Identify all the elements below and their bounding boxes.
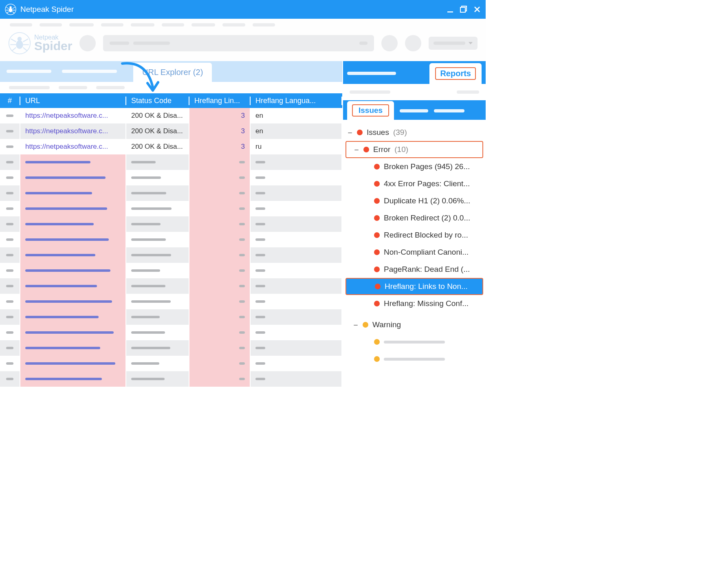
minimize-button[interactable] <box>447 6 454 13</box>
cell-hreflang-lang: ru <box>251 139 342 154</box>
tree-item-error[interactable]: Hreflang: Missing Conf... <box>345 295 483 312</box>
tab-reports[interactable]: Reports <box>429 63 482 84</box>
cell-hreflang-lang: en <box>251 123 342 139</box>
error-dot-icon <box>374 249 380 255</box>
table-row[interactable] <box>0 154 342 170</box>
url-link[interactable]: https://netpeaksoftware.c... <box>25 112 108 120</box>
side-sub-row <box>343 84 486 100</box>
table-row[interactable]: https://netpeaksoftware.c...200 OK & Dis… <box>0 108 342 123</box>
svg-point-7 <box>16 40 23 49</box>
error-dot-icon <box>374 181 380 187</box>
error-dot-icon <box>363 147 369 152</box>
main-panel: URL Explorer (2) # URL Status Code Hrefl… <box>0 61 342 387</box>
error-dot-icon <box>374 164 380 170</box>
tab-issues[interactable]: Issues <box>347 101 394 120</box>
app-title: Netpeak Spider <box>20 5 447 14</box>
cell-status: 200 OK & Disa... <box>126 123 189 139</box>
svg-point-2 <box>9 6 11 8</box>
table-row[interactable] <box>0 371 342 387</box>
tab-url-explorer[interactable]: URL Explorer (2) <box>133 63 212 82</box>
table-row[interactable] <box>0 340 342 356</box>
tree-item-error[interactable]: Hreflang: Links to Non... <box>345 278 483 295</box>
warning-dot-icon <box>374 339 380 345</box>
cell-status: 200 OK & Disa... <box>126 139 189 154</box>
table-row[interactable] <box>0 232 342 247</box>
tree-item-warning[interactable] <box>345 350 483 368</box>
table-row[interactable] <box>0 356 342 371</box>
table-row[interactable]: https://netpeaksoftware.c...200 OK & Dis… <box>0 123 342 139</box>
table-row[interactable]: https://netpeaksoftware.c...200 OK & Dis… <box>0 139 342 154</box>
table-row[interactable] <box>0 278 342 294</box>
svg-rect-5 <box>460 7 465 12</box>
warning-dot-icon <box>374 356 380 362</box>
side-tabs-top: Reports <box>343 61 486 84</box>
error-dot-icon <box>357 130 363 135</box>
tree-group-error[interactable]: – Error (10) <box>345 141 483 158</box>
error-dot-icon <box>375 284 381 289</box>
table-row[interactable] <box>0 325 342 340</box>
warning-dot-icon <box>363 322 368 328</box>
cell-hreflang-links: 3 <box>189 123 251 139</box>
tree-item-error[interactable]: PageRank: Dead End (... <box>345 261 483 278</box>
svg-point-1 <box>9 8 13 13</box>
results-table: # URL Status Code Hreflang Lin... Hrefla… <box>0 93 342 387</box>
table-row[interactable] <box>0 185 342 201</box>
url-input[interactable] <box>103 35 374 51</box>
brand-text-2: Spider <box>34 40 72 52</box>
table-row[interactable] <box>0 201 342 216</box>
table-row[interactable] <box>0 170 342 185</box>
toolbar-area: Netpeak Spider <box>0 19 486 61</box>
error-dot-icon <box>374 198 380 204</box>
maximize-button[interactable] <box>460 5 468 13</box>
tree-item-error[interactable]: Duplicate H1 (2) 0.06%... <box>345 192 483 209</box>
error-dot-icon <box>374 301 380 306</box>
main-tabs: URL Explorer (2) <box>0 61 342 82</box>
col-status[interactable]: Status Code <box>126 97 189 105</box>
tree-item-error[interactable]: 4xx Error Pages: Client... <box>345 175 483 192</box>
collapse-icon[interactable]: – <box>354 145 359 154</box>
error-dot-icon <box>374 232 380 238</box>
toolbar-button[interactable] <box>381 35 398 51</box>
col-url[interactable]: URL <box>20 97 126 105</box>
toolbar-button[interactable] <box>405 35 421 51</box>
brand-logo: Netpeak Spider <box>8 32 72 55</box>
table-row[interactable] <box>0 294 342 309</box>
error-dot-icon <box>374 266 380 272</box>
col-hreflang-lang[interactable]: Hreflang Langua... <box>251 97 342 105</box>
cell-hreflang-lang: en <box>251 108 342 123</box>
sub-toolbar <box>0 82 342 93</box>
menubar <box>0 19 486 28</box>
table-header: # URL Status Code Hreflang Lin... Hrefla… <box>0 93 342 108</box>
issues-tree: – Issues (39) – Error (10) Broken Pages … <box>343 120 486 387</box>
tree-item-error[interactable]: Non-Compliant Canoni... <box>345 244 483 261</box>
toolbar-dropdown[interactable] <box>429 37 478 50</box>
tree-item-error[interactable]: Broken Redirect (2) 0.0... <box>345 209 483 227</box>
error-dot-icon <box>374 215 380 221</box>
svg-point-8 <box>18 37 22 41</box>
url-link[interactable]: https://netpeaksoftware.c... <box>25 143 108 151</box>
tree-root-issues[interactable]: – Issues (39) <box>345 124 483 141</box>
table-row[interactable] <box>0 216 342 232</box>
side-tabs-issues: Issues <box>343 100 486 120</box>
col-index[interactable]: # <box>0 97 20 105</box>
toolbar-button[interactable] <box>79 35 96 51</box>
table-row[interactable] <box>0 309 342 325</box>
table-row[interactable] <box>0 263 342 278</box>
collapse-icon[interactable]: – <box>347 128 353 137</box>
tree-item-error[interactable]: Broken Pages (945) 26... <box>345 158 483 175</box>
cell-hreflang-links: 3 <box>189 108 251 123</box>
side-panel: Reports Issues – Issues (39) – Error <box>342 61 486 387</box>
cell-status: 200 OK & Disa... <box>126 108 189 123</box>
col-hreflang-links[interactable]: Hreflang Lin... <box>189 97 251 105</box>
svg-rect-3 <box>447 11 453 13</box>
tree-item-warning[interactable] <box>345 333 483 350</box>
tree-group-warning[interactable]: – Warning <box>345 316 483 333</box>
titlebar: Netpeak Spider <box>0 0 486 19</box>
collapse-icon[interactable]: – <box>353 320 359 329</box>
url-link[interactable]: https://netpeaksoftware.c... <box>25 127 108 135</box>
spider-icon <box>5 4 16 15</box>
cell-hreflang-links: 3 <box>189 139 251 154</box>
close-button[interactable] <box>473 6 481 13</box>
table-row[interactable] <box>0 247 342 263</box>
tree-item-error[interactable]: Redirect Blocked by ro... <box>345 227 483 244</box>
